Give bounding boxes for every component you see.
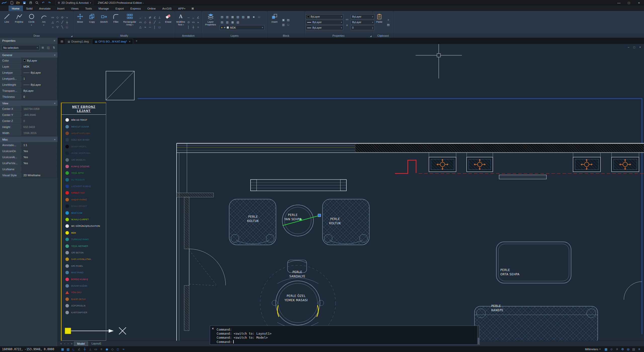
plot-preview-icon[interactable] (34, 1, 40, 5)
selection-dropdown[interactable]: No selection ▾ (2, 45, 39, 50)
layer-tool-icon[interactable]: ▩ (246, 15, 251, 19)
tool-icon[interactable]: ≈ (196, 20, 200, 25)
menu-tab-online[interactable]: Online (144, 6, 159, 11)
menu-tab-arcgis[interactable]: ArcGIS (159, 6, 175, 11)
property-row[interactable]: LayerMDK (0, 64, 58, 70)
tool-icon[interactable]: ≈ (143, 25, 148, 29)
paste-button[interactable]: Paste (374, 12, 385, 33)
tool-icon[interactable]: □ (157, 25, 162, 29)
menu-tab-views[interactable]: Views (68, 6, 82, 11)
tool-icon[interactable]: ∠ (152, 15, 157, 20)
layer-tool-icon[interactable]: ▧ (235, 15, 240, 19)
save-icon[interactable] (22, 1, 27, 5)
layer-tool-icon[interactable]: ▥ (225, 15, 230, 19)
lineweight-select[interactable]: ByLayer ▾ (306, 25, 343, 30)
tool-icon[interactable]: ⇄ (148, 15, 152, 20)
command-list-icon[interactable]: ≡ (636, 347, 642, 351)
line-button[interactable]: Line (1, 12, 13, 33)
property-row[interactable]: Width1556.3016 (0, 130, 58, 136)
workspace-switcher[interactable]: ⚙ 2D Drafting & Annotati ▾ (55, 1, 93, 5)
tool-icon[interactable]: ⊙ (60, 15, 65, 20)
plot-icon[interactable] (28, 1, 33, 5)
drawing-canvas[interactable] (58, 44, 644, 341)
select-objects-icon[interactable]: ◫ (46, 46, 51, 50)
day-night-icon[interactable]: ☀ (614, 347, 620, 351)
tool-icon[interactable]: ┼ (191, 25, 196, 29)
new-file-icon[interactable] (9, 1, 15, 5)
tool-icon[interactable]: ╱ (60, 20, 65, 25)
palette-section-view[interactable]: View▾ (0, 101, 58, 106)
tool-icon[interactable]: │ (186, 25, 191, 29)
arc-button[interactable]: Arc ▾ (38, 12, 50, 33)
menu-tab-solid[interactable]: Solid (23, 6, 36, 11)
panel-label-draw[interactable]: Draw ◢ (0, 33, 73, 38)
tool-icon[interactable]: ○ (50, 25, 55, 29)
first-layout-icon[interactable]: « (59, 342, 63, 345)
property-row[interactable]: Linetype———ByLayer (0, 70, 58, 76)
plot-style-select[interactable]: ByLayer ▾ (351, 14, 375, 19)
property-row[interactable]: UcsIconAt...Yes (0, 154, 58, 160)
tool-icon[interactable]: ↕ (143, 15, 148, 20)
rectangular-array-button[interactable]: RectangularArray ▾ (122, 12, 137, 33)
menu-tab-express[interactable]: Express (127, 6, 144, 11)
tool-icon[interactable]: △ (138, 25, 143, 29)
property-row[interactable]: UcsPerVie...Yes (0, 160, 58, 166)
layer-select[interactable]: ● ☀ MDK ▾ (220, 25, 264, 30)
palette-header[interactable]: Properties × (0, 38, 58, 44)
command-scrollbar[interactable] (477, 326, 479, 344)
tool-icon[interactable]: │ (152, 25, 157, 29)
polyline-button[interactable]: Polyline (13, 12, 25, 33)
property-row[interactable]: LinetypeS...1 (0, 76, 58, 82)
tool-icon[interactable]: ↔ (138, 15, 143, 20)
user-profile-icon[interactable]: ☺ (609, 347, 614, 351)
tool-icon[interactable]: □ (286, 22, 291, 27)
close-tab-icon[interactable]: × (129, 40, 131, 43)
menu-tab-tools[interactable]: Tools (82, 6, 95, 11)
panel-label-properties[interactable]: Properties ◢ (305, 33, 372, 38)
insert-button[interactable]: Insert (269, 12, 280, 33)
tool-icon[interactable]: ▭ (138, 20, 143, 25)
palette-section-misc[interactable]: Misc▾ (0, 137, 58, 142)
layer-tool-icon[interactable]: ■ (251, 15, 256, 19)
multiline-text-button[interactable]: A MultilineText ▾ (176, 12, 185, 33)
hardware-acceleration-icon[interactable]: ≈ (121, 347, 126, 351)
property-row[interactable]: Thickness0 (0, 94, 58, 100)
tool-icon[interactable]: ○ (196, 25, 200, 29)
properties-list-icon[interactable]: ≡ (345, 23, 349, 27)
tool-icon[interactable]: ◇ (143, 20, 148, 25)
ribbon-display-toggle-icon[interactable]: ▣ (189, 6, 196, 11)
ortho-mode-icon[interactable]: ∟ (71, 347, 76, 351)
undo-icon[interactable]: ↶ (41, 1, 46, 5)
tool-icon[interactable]: ▣ (281, 18, 286, 22)
property-row[interactable]: UcsName (0, 166, 58, 172)
tool-icon[interactable]: ╱ (152, 20, 157, 25)
document-tab[interactable]: ▤Drawing1.dwg (65, 39, 92, 44)
units-dropdown[interactable]: Millimeters ▾ (583, 348, 602, 351)
layer-tool-icon[interactable]: ▨ (241, 15, 246, 19)
property-row[interactable]: ColorByLayer (0, 58, 58, 64)
property-row[interactable]: Height632.0433 (0, 124, 58, 130)
tool-icon[interactable]: ▭ (191, 20, 196, 25)
close-button[interactable]: × (634, 0, 644, 6)
minimize-button[interactable]: — (614, 0, 624, 6)
polar-tracking-icon[interactable]: ∠ (76, 347, 82, 351)
tool-icon[interactable]: ▤ (386, 22, 391, 27)
next-layout-icon[interactable]: › (67, 342, 69, 345)
transparency-select[interactable]: ByLayer ▾ (351, 20, 375, 25)
grid-display-icon[interactable]: ▦ (60, 347, 65, 351)
linetype-select[interactable]: ByLayer ▾ (306, 20, 343, 25)
menu-tab-export[interactable]: Export (112, 6, 127, 11)
object-snap-tracking-icon[interactable]: ⊥ (88, 347, 93, 351)
menu-tab-manage[interactable]: Manage (95, 6, 112, 11)
snap-mode-icon[interactable]: ▤ (65, 347, 71, 351)
layer-tool-icon[interactable]: ▦ (230, 20, 235, 24)
move-button[interactable]: Move (74, 12, 86, 33)
doc-restore-icon[interactable]: □ (633, 46, 635, 49)
tool-icon[interactable]: ▤ (286, 18, 291, 22)
tab-list-icon[interactable]: ▤ (60, 40, 64, 44)
layer-tool-icon[interactable]: ▤ (220, 15, 224, 19)
stretch-button[interactable]: Stretch (98, 12, 109, 33)
menu-tab-annotate[interactable]: Annotate (36, 6, 54, 11)
open-file-icon[interactable] (15, 1, 21, 5)
close-icon[interactable]: × (54, 39, 55, 42)
